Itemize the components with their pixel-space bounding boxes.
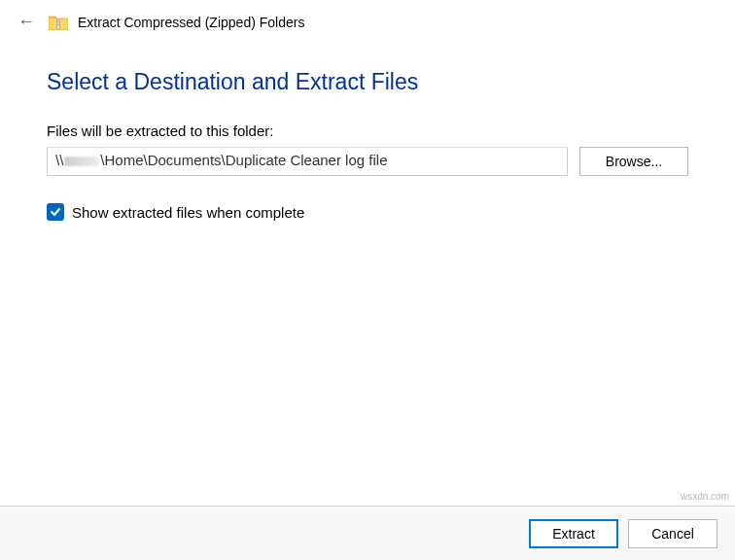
extract-button[interactable]: Extract [529, 519, 618, 548]
dialog-content: Select a Destination and Extract Files F… [0, 42, 735, 221]
checkmark-icon [50, 206, 61, 218]
path-prefix: \\ [55, 152, 63, 168]
zipped-folder-icon [49, 15, 68, 30]
svg-rect-0 [57, 19, 60, 29]
path-text: \Home\Documents\Duplicate Cleaner log fi… [100, 152, 387, 168]
obscured-host [64, 157, 99, 166]
cancel-button[interactable]: Cancel [628, 519, 718, 548]
path-row: \\\Home\Documents\Duplicate Cleaner log … [47, 147, 688, 176]
dialog-footer: Extract Cancel [0, 506, 735, 560]
dialog-header: ← Extract Compressed (Zipped) Folders [0, 0, 735, 42]
back-arrow-icon[interactable]: ← [14, 10, 39, 34]
path-label: Files will be extracted to this folder: [47, 122, 688, 139]
destination-path-input[interactable]: \\\Home\Documents\Duplicate Cleaner log … [47, 147, 568, 176]
window-title: Extract Compressed (Zipped) Folders [78, 15, 304, 30]
page-heading: Select a Destination and Extract Files [47, 69, 688, 95]
show-files-checkbox-label[interactable]: Show extracted files when complete [72, 204, 304, 221]
show-files-checkbox[interactable] [47, 203, 64, 221]
browse-button[interactable]: Browse... [579, 147, 688, 176]
watermark-text: wsxdn.com [681, 491, 729, 502]
show-files-checkbox-row: Show extracted files when complete [47, 203, 688, 221]
